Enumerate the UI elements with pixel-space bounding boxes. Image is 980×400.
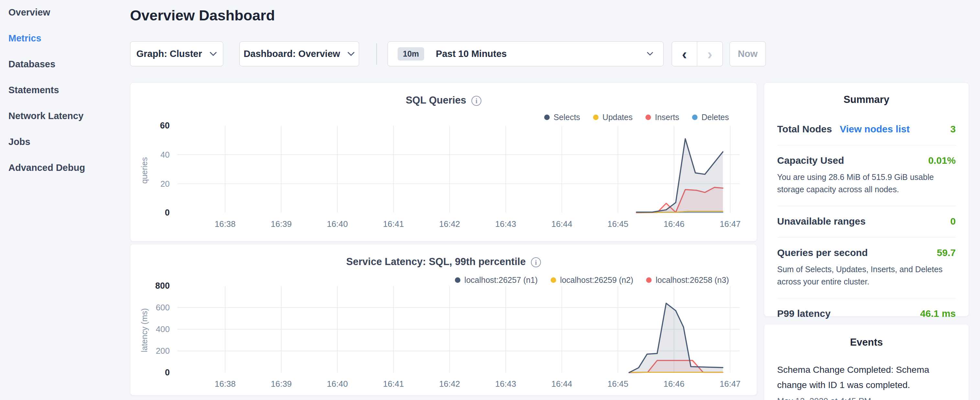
summary-row-total-nodes: Total Nodes View nodes list 3 (777, 114, 956, 145)
chevron-down-icon (347, 51, 355, 57)
summary-row-value: 59.7 (937, 247, 956, 258)
svg-text:16:38: 16:38 (215, 379, 236, 388)
summary-title: Summary (777, 94, 956, 105)
svg-text:16:42: 16:42 (439, 379, 460, 388)
svg-text:16:46: 16:46 (663, 379, 685, 388)
svg-text:16:43: 16:43 (495, 220, 516, 228)
summary-row-label: Queries per second (777, 247, 868, 258)
svg-text:16:47: 16:47 (719, 220, 741, 228)
sidebar-item-network-latency[interactable]: Network Latency (8, 109, 83, 122)
events-panel: Events Schema Change Completed: Schema c… (764, 324, 969, 400)
event-item[interactable]: Schema Change Completed: Schema change w… (777, 362, 956, 400)
service-latency-chart[interactable]: 16:3816:3916:4016:4116:4216:4316:4416:45… (130, 244, 757, 395)
summary-row-caption: You are using 28.6 MiB of 515.9 GiB usab… (777, 171, 956, 196)
dashboard-selector-dropdown[interactable]: Dashboard: Overview (239, 41, 359, 66)
now-button[interactable]: Now (730, 41, 766, 66)
summary-row-value: 3 (950, 124, 956, 135)
sidebar-item-advanced-debug[interactable]: Advanced Debug (8, 161, 85, 174)
page: Overview Metrics Databases Statements Ne… (0, 0, 980, 400)
sidebar-item-overview[interactable]: Overview (8, 6, 50, 19)
svg-text:16:45: 16:45 (608, 220, 628, 228)
sidebar-item-jobs[interactable]: Jobs (8, 135, 30, 148)
event-timestamp: May 13, 2020 at 4:45 PM (777, 396, 956, 400)
sql-queries-card: SQL Queriesi SelectsUpdatesInsertsDelete… (130, 83, 757, 241)
time-range-badge: 10m (398, 47, 424, 61)
svg-text:800: 800 (155, 281, 170, 291)
svg-text:0: 0 (165, 208, 170, 217)
service-latency-card: Service Latency: SQL, 99th percentilei l… (130, 244, 757, 395)
svg-text:16:40: 16:40 (327, 379, 348, 388)
svg-text:16:41: 16:41 (383, 379, 404, 388)
svg-text:16:40: 16:40 (327, 220, 348, 228)
time-range-dropdown[interactable]: 10m Past 10 Minutes (388, 41, 663, 66)
summary-row-label: Capacity Used (777, 155, 844, 166)
page-title: Overview Dashboard (130, 7, 275, 24)
graph-selector-dropdown[interactable]: Graph: Cluster (130, 41, 223, 66)
svg-text:200: 200 (156, 346, 170, 355)
summary-row-queries-per-second: Queries per second 59.7 Sum of Selects, … (777, 237, 956, 298)
summary-row-caption: Sum of Selects, Updates, Inserts, and De… (777, 263, 956, 288)
svg-text:20: 20 (161, 179, 170, 188)
summary-row-value: 46.1 ms (920, 308, 956, 319)
sidebar-item-databases[interactable]: Databases (8, 57, 55, 70)
event-text: Schema Change Completed: Schema change w… (777, 362, 956, 393)
svg-text:16:42: 16:42 (439, 220, 460, 228)
summary-row-capacity-used: Capacity Used 0.01% You are using 28.6 M… (777, 145, 956, 206)
svg-text:16:45: 16:45 (607, 379, 628, 388)
svg-text:16:41: 16:41 (383, 220, 404, 228)
events-title: Events (777, 336, 956, 348)
svg-text:40: 40 (161, 150, 170, 159)
sql-queries-chart[interactable]: 16:3816:3916:4016:4116:4216:4316:4416:45… (130, 83, 757, 241)
prev-time-button[interactable]: ‹ (672, 42, 697, 66)
svg-text:16:38: 16:38 (215, 220, 235, 228)
chevron-down-icon (209, 51, 217, 57)
svg-text:16:43: 16:43 (495, 379, 516, 388)
svg-text:16:44: 16:44 (551, 220, 572, 228)
summary-row-value: 0 (950, 216, 956, 227)
chevron-down-icon (646, 51, 654, 56)
time-step-buttons: ‹ › (672, 41, 723, 66)
summary-row-label: P99 latency (777, 308, 830, 319)
next-time-button[interactable]: › (697, 42, 722, 66)
svg-text:16:39: 16:39 (271, 379, 292, 388)
sidebar-item-statements[interactable]: Statements (8, 83, 59, 96)
svg-text:400: 400 (156, 325, 170, 334)
svg-text:16:47: 16:47 (719, 379, 741, 388)
svg-text:0: 0 (165, 368, 170, 377)
svg-text:16:39: 16:39 (271, 220, 292, 228)
svg-text:16:44: 16:44 (551, 379, 572, 388)
svg-text:600: 600 (156, 303, 170, 312)
summary-row-unavailable-ranges: Unavailable ranges 0 (777, 206, 956, 237)
summary-panel: Summary Total Nodes View nodes list 3 Ca… (764, 83, 969, 317)
summary-row-value: 0.01% (928, 155, 956, 166)
graph-selector-label: Graph: Cluster (136, 49, 202, 59)
svg-text:60: 60 (160, 121, 170, 131)
time-range-label: Past 10 Minutes (436, 49, 507, 59)
summary-row-label: Unavailable ranges (777, 216, 865, 227)
svg-text:16:46: 16:46 (663, 220, 685, 228)
toolbar-divider (376, 43, 377, 65)
dashboard-selector-label: Dashboard: Overview (243, 49, 340, 59)
summary-row-label: Total Nodes (777, 124, 832, 135)
sidebar-item-metrics[interactable]: Metrics (8, 32, 41, 45)
view-nodes-list-link[interactable]: View nodes list (840, 124, 910, 135)
